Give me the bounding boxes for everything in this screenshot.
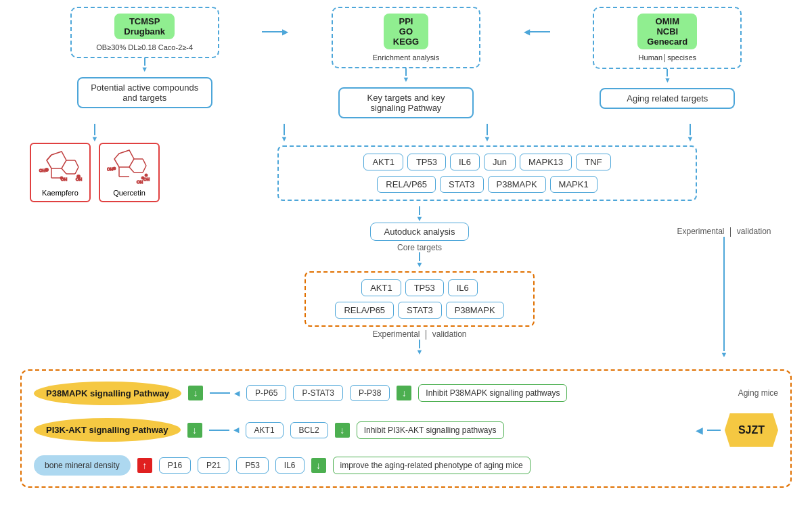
- red-arrow-3: ↑: [137, 458, 152, 473]
- left-to-mid-arrow: ▶: [262, 27, 288, 37]
- target-tnf: TNF: [576, 154, 610, 170]
- green-arrow-2: ↓: [187, 423, 202, 438]
- svg-line-1: [47, 155, 51, 160]
- target-mapk13: MAPK13: [520, 154, 572, 170]
- target-p38mapk: P38MAPK: [488, 176, 546, 193]
- sjzt-section: ◀ SJZT: [696, 413, 778, 447]
- core-tp53: TP53: [405, 279, 444, 296]
- svg-line-19: [143, 159, 146, 166]
- sjzt-label: SJZT: [738, 424, 765, 436]
- compounds-col: ▼: [20, 124, 169, 202]
- middle-section: ▼ Autoduck analysis Core targets ▼ AKT1 …: [20, 206, 792, 359]
- targets-section: ▼ ▼ ▼ AKT1 TP53 IL6 Jun MAPK13: [183, 124, 792, 201]
- core-targets-box: AKT1 TP53 IL6 RELA/P65 STAT3 P38MAPK: [304, 271, 535, 327]
- pathway-row-3: bone mineral density ↑ P16 P21 P53 IL6 ↓…: [34, 455, 778, 476]
- kq-row: OH OH OH Kaempfero: [30, 143, 160, 202]
- left-result-box: Potential active compounds and targets: [77, 77, 212, 108]
- bone-ellipse: bone mineral density: [34, 455, 131, 476]
- pathway-row-1: P38MAPK signalling Pathway ↓ ◀ P-P65 P-S…: [34, 382, 778, 405]
- sources-row: TCMSPDrugbank OB≥30% DL≥0.18 Caco-2≥-4 ▼…: [20, 7, 792, 118]
- arrow-from-markers-2: ◀: [209, 426, 239, 434]
- core-akt1: AKT1: [361, 279, 401, 296]
- target-il6: IL6: [450, 154, 480, 170]
- pi3k-ellipse: PI3K-AKT signalling Pathway: [34, 418, 181, 442]
- marker-il6-bot: IL6: [275, 457, 304, 474]
- mid-criteria: Enrichment analysis: [342, 53, 470, 62]
- svg-line-18: [143, 166, 146, 172]
- quercetin-box: OH OH OH Quercetin: [99, 143, 160, 202]
- core-targets-label: Core targets: [397, 243, 442, 252]
- marker-p53: P53: [236, 457, 268, 474]
- green-arrow-2b: ↓: [335, 423, 350, 438]
- compounds-targets-row: ▼: [20, 124, 792, 202]
- left-db-label: TCMSPDrugbank: [114, 14, 175, 39]
- target-tp53: TP53: [407, 154, 446, 170]
- svg-text:OH: OH: [143, 177, 150, 181]
- right-result-text: Aging related targets: [627, 93, 708, 104]
- svg-marker-15: [114, 150, 134, 167]
- green-arrow-1: ↓: [188, 386, 203, 400]
- right-source-box: OMIMNCBIGenecard Human specises: [593, 7, 742, 69]
- right-result-box: Aging related targets: [600, 88, 735, 109]
- core-row1: AKT1 TP53 IL6: [319, 279, 520, 296]
- core-row2: RELA/P65 STAT3 P38MAPK: [319, 302, 520, 319]
- aging-mice-label: Aging mice: [738, 388, 778, 398]
- autoduck-label: Autoduck analysis: [384, 227, 455, 237]
- targets-row2: RELA/P65 STAT3 P38MAPK MAPK1: [290, 176, 685, 193]
- improve-box: improve the aging-related phenotype of a…: [333, 457, 531, 474]
- mid-source-col: PPIGOKEGG Enrichment analysis ▼ Key targ…: [288, 7, 523, 118]
- mid-result-box: Key targets and key signaling Pathway: [338, 87, 474, 118]
- green-arrow-3b: ↓: [311, 458, 326, 473]
- core-p38mapk: P38MAPK: [446, 302, 504, 319]
- left-result-text: Potential active compounds and targets: [91, 83, 198, 103]
- target-relap65: RELA/P65: [377, 176, 436, 193]
- core-relap65: RELA/P65: [335, 302, 394, 319]
- target-stat3: STAT3: [440, 176, 484, 193]
- svg-line-2: [62, 168, 66, 174]
- svg-line-5: [75, 160, 78, 167]
- right-source-col: OMIMNCBIGenecard Human specises ▼ Aging …: [550, 7, 785, 109]
- kaempfero-structure: OH OH OH: [38, 148, 85, 185]
- target-akt1: AKT1: [363, 154, 403, 170]
- core-stat3: STAT3: [398, 302, 442, 319]
- kaempfero-label: Kaempfero: [38, 189, 83, 197]
- target-jun: Jun: [484, 154, 516, 170]
- right-exp-validation: Experimental validation ▼: [656, 206, 792, 359]
- core-il6: IL6: [448, 279, 478, 296]
- kaempfero-box: OH OH OH Kaempfero: [30, 143, 91, 202]
- marker-bcl2: BCL2: [290, 422, 328, 438]
- bottom-section: P38MAPK signalling Pathway ↓ ◀ P-P65 P-S…: [20, 369, 792, 488]
- svg-text:OH: OH: [76, 177, 82, 181]
- sjzt-badge: SJZT: [725, 413, 778, 447]
- p38-ellipse: P38MAPK signalling Pathway: [34, 382, 181, 405]
- marker-pp38: P-P38: [350, 385, 390, 401]
- arrow-from-markers-1: ◀: [210, 389, 240, 398]
- inhibit-box-2: Inhibit PI3K-AKT signalling pathways: [357, 421, 504, 439]
- marker-akt1: AKT1: [246, 422, 284, 438]
- right-db-label: OMIMNCBIGenecard: [637, 14, 697, 49]
- marker-pp65: P-P65: [246, 385, 286, 401]
- marker-p21: P21: [198, 457, 229, 474]
- middle-left-spacer: [20, 206, 183, 359]
- left-source-box: TCMSPDrugbank OB≥30% DL≥0.18 Caco-2≥-4: [70, 7, 219, 58]
- targets-dashed-box: AKT1 TP53 IL6 Jun MAPK13 TNF RELA/P65 ST…: [277, 145, 697, 201]
- center-flow: ▼ Autoduck analysis Core targets ▼ AKT1 …: [183, 206, 656, 359]
- targets-row1: AKT1 TP53 IL6 Jun MAPK13 TNF: [290, 154, 685, 170]
- svg-text:OH: OH: [39, 168, 45, 172]
- exp-validation-bot: Experimental validation: [372, 329, 466, 340]
- svg-point-22: [145, 174, 148, 177]
- left-source-col: TCMSPDrugbank OB≥30% DL≥0.18 Caco-2≥-4 ▼…: [27, 7, 262, 108]
- left-criteria: OB≥30% DL≥0.18 Caco-2≥-4: [81, 43, 208, 51]
- mid-source-box: PPIGOKEGG Enrichment analysis: [332, 7, 480, 68]
- pathway-row-2: PI3K-AKT signalling Pathway ↓ ◀ AKT1 BCL…: [34, 413, 778, 447]
- svg-text:OH: OH: [137, 180, 143, 184]
- svg-line-4: [75, 167, 78, 174]
- autoduck-box: Autoduck analysis: [370, 223, 470, 241]
- mid-db-label: PPIGOKEGG: [384, 14, 428, 49]
- inhibit-box-1: Inhibit P38MAPK signalling pathways: [418, 384, 567, 402]
- marker-p16: P16: [159, 457, 191, 474]
- right-criteria: Human specises: [604, 53, 731, 62]
- svg-point-21: [113, 167, 116, 170]
- target-mapk1: MAPK1: [550, 176, 597, 193]
- exp-validation-top: Experimental validation: [677, 227, 771, 237]
